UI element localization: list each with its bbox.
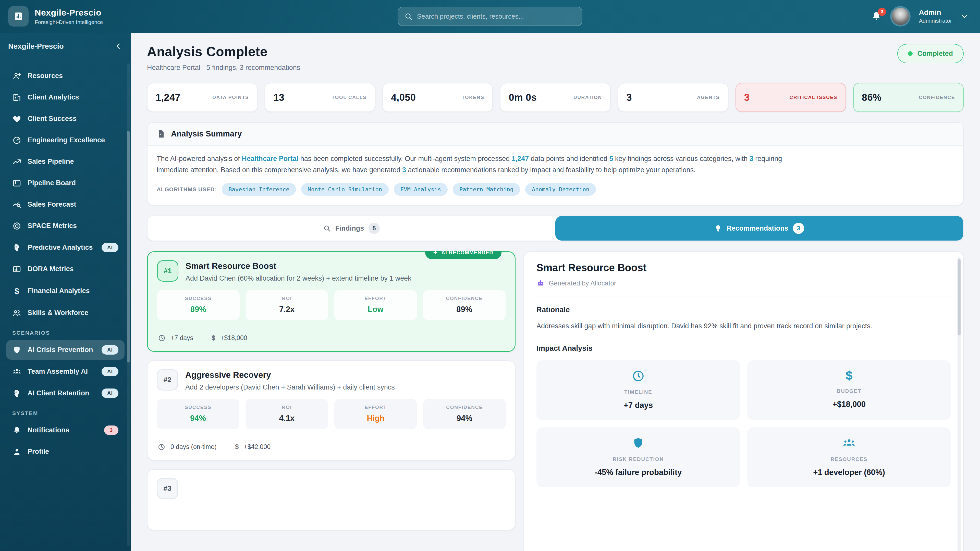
metric-value: 7.2x bbox=[246, 305, 328, 314]
ai-recommended-label: AI RECOMMENDED bbox=[442, 251, 493, 256]
recommendation-description: Add 2 developers (David Chen + Sarah Wil… bbox=[185, 383, 395, 391]
sidebar-item-resources[interactable]: Resources bbox=[6, 66, 124, 86]
ai-badge: AI bbox=[102, 389, 118, 398]
sidebar-collapse-button[interactable] bbox=[115, 42, 123, 50]
sidebar-item-sales-pipeline[interactable]: Sales Pipeline bbox=[6, 152, 124, 171]
stat-label: TOOL CALLS bbox=[332, 95, 367, 100]
robot-icon bbox=[536, 279, 545, 287]
sidebar-item-label: SPACE Metrics bbox=[27, 222, 118, 230]
recommendation-card-3[interactable]: #3 bbox=[147, 469, 515, 530]
impact-label: RESOURCES bbox=[752, 456, 946, 462]
sidebar-item-ai-client-retention[interactable]: AI Client Retention AI bbox=[6, 383, 124, 403]
rationale-title: Rationale bbox=[536, 306, 951, 314]
sidebar-item-profile[interactable]: Profile bbox=[6, 442, 124, 462]
impact-label: BUDGET bbox=[752, 388, 946, 394]
tab-recommendations[interactable]: Recommendations 3 bbox=[555, 216, 963, 241]
stat-data-points: 1,247 DATA POINTS bbox=[147, 83, 258, 112]
sidebar-item-client-analytics[interactable]: Client Analytics bbox=[6, 88, 124, 107]
clock-icon bbox=[542, 369, 735, 383]
recommendation-card-1[interactable]: ✦ AI RECOMMENDED #1 Smart Resource Boost… bbox=[147, 251, 515, 352]
building-icon bbox=[12, 93, 21, 102]
stat-confidence: 86% CONFIDENCE bbox=[853, 83, 964, 112]
bar-chart-icon bbox=[12, 265, 21, 274]
stat-label: CONFIDENCE bbox=[919, 95, 955, 100]
stat-label: TOKENS bbox=[462, 95, 484, 100]
sidebar-item-notifications[interactable]: Notifications 3 bbox=[6, 421, 124, 440]
sidebar-item-space-metrics[interactable]: SPACE Metrics bbox=[6, 216, 124, 236]
sidebar-item-ai-crisis-prevention[interactable]: AI Crisis Prevention AI bbox=[6, 340, 124, 360]
tab-findings[interactable]: Findings 5 bbox=[148, 216, 555, 241]
ai-head-icon bbox=[12, 243, 21, 252]
sidebar-section-system: SYSTEM bbox=[12, 410, 118, 416]
metrics-row: SUCCESS 89% ROI 7.2x EFFORT Low bbox=[157, 290, 506, 320]
impact-value: +1 developer (60%) bbox=[752, 468, 946, 477]
chart-search-icon bbox=[12, 200, 21, 209]
notifications-button[interactable]: 3 bbox=[871, 11, 882, 22]
metric-value: 4.1x bbox=[245, 414, 328, 423]
cost-delta: +$18,000 bbox=[221, 334, 247, 341]
metric-label: CONFIDENCE bbox=[423, 295, 506, 301]
user-info[interactable]: Admin Administrator bbox=[919, 8, 952, 24]
algorithm-chip: Bayesian Inference bbox=[222, 183, 296, 196]
bell-icon bbox=[12, 426, 21, 435]
status-label: Completed bbox=[917, 50, 953, 58]
summary-title: Analysis Summary bbox=[171, 129, 242, 138]
sidebar-item-client-success[interactable]: Client Success bbox=[6, 109, 124, 129]
group-icon bbox=[12, 367, 21, 376]
sidebar-item-label: Pipeline Board bbox=[27, 179, 118, 187]
impact-grid: TIMELINE +7 days $ BUDGET +$18,000 bbox=[536, 360, 951, 487]
stat-value: 4,050 bbox=[391, 92, 416, 103]
notification-count-badge: 3 bbox=[104, 426, 118, 435]
sidebar-item-financial-analytics[interactable]: $ Financial Analytics bbox=[6, 281, 124, 301]
metric-label: SUCCESS bbox=[157, 405, 239, 410]
search-input[interactable] bbox=[417, 13, 576, 21]
dollar-icon: $ bbox=[235, 443, 239, 451]
algorithm-chip: Monte Carlo Simulation bbox=[301, 183, 389, 196]
impact-analysis-title: Impact Analysis bbox=[536, 344, 951, 353]
metric-value: 94% bbox=[157, 414, 239, 423]
sidebar-scrollbar[interactable] bbox=[127, 63, 130, 546]
stat-value: 3 bbox=[744, 92, 750, 103]
stat-duration: 0m 0s DURATION bbox=[500, 83, 611, 112]
sidebar-item-label: Team Assembly AI bbox=[27, 367, 95, 376]
metric-value: 89% bbox=[423, 305, 506, 314]
metric-label: CONFIDENCE bbox=[423, 405, 506, 410]
ai-head-icon bbox=[12, 389, 21, 398]
sidebar-item-engineering-excellence[interactable]: Engineering Excellence bbox=[6, 130, 124, 150]
impact-label: TIMELINE bbox=[542, 389, 735, 395]
user-name: Admin bbox=[919, 8, 952, 17]
kanban-board-icon bbox=[12, 179, 21, 188]
shield-icon bbox=[542, 437, 735, 450]
sidebar-item-predictive-analytics[interactable]: Predictive Analytics AI bbox=[6, 238, 124, 257]
metric-value: 94% bbox=[423, 414, 506, 423]
metric-confidence: CONFIDENCE 94% bbox=[423, 399, 506, 429]
global-search[interactable] bbox=[398, 6, 582, 26]
stat-label: CRITICAL ISSUES bbox=[790, 95, 837, 100]
shield-icon bbox=[12, 345, 21, 354]
project-link[interactable]: Healthcare Portal bbox=[242, 155, 298, 162]
stat-value: 86% bbox=[862, 92, 881, 103]
impact-label: RISK REDUCTION bbox=[542, 456, 735, 462]
recommendation-card-2[interactable]: #2 Aggressive Recovery Add 2 developers … bbox=[147, 360, 515, 460]
metric-success: SUCCESS 94% bbox=[157, 399, 239, 429]
impact-value: +$18,000 bbox=[752, 400, 946, 409]
avatar[interactable] bbox=[890, 6, 911, 27]
sidebar-item-label: Resources bbox=[27, 72, 118, 80]
chevron-down-icon[interactable] bbox=[960, 12, 969, 21]
person-icon bbox=[12, 447, 21, 456]
sidebar-item-sales-forecast[interactable]: Sales Forecast bbox=[6, 195, 124, 214]
sidebar-item-team-assembly-ai[interactable]: Team Assembly AI AI bbox=[6, 362, 124, 381]
detail-scrollbar[interactable] bbox=[958, 257, 961, 551]
brand: Nexgile-Prescio Foresight-Driven Intelli… bbox=[8, 6, 103, 27]
summary-body: The AI-powered analysis of Healthcare Po… bbox=[148, 146, 963, 205]
metric-roi: ROI 7.2x bbox=[246, 290, 328, 320]
status-badge: Completed bbox=[897, 44, 964, 63]
sidebar-item-skills-workforce[interactable]: Skills & Workforce bbox=[6, 303, 124, 323]
sidebar-item-pipeline-board[interactable]: Pipeline Board bbox=[6, 173, 124, 193]
tab-count-badge: 5 bbox=[369, 223, 380, 234]
metric-effort: EFFORT Low bbox=[334, 290, 417, 320]
sidebar-item-dora-metrics[interactable]: DORA Metrics bbox=[6, 259, 124, 279]
stat-value: 3 bbox=[627, 92, 632, 103]
rank-badge: #3 bbox=[157, 478, 178, 499]
top-bar: Nexgile-Prescio Foresight-Driven Intelli… bbox=[0, 0, 980, 33]
